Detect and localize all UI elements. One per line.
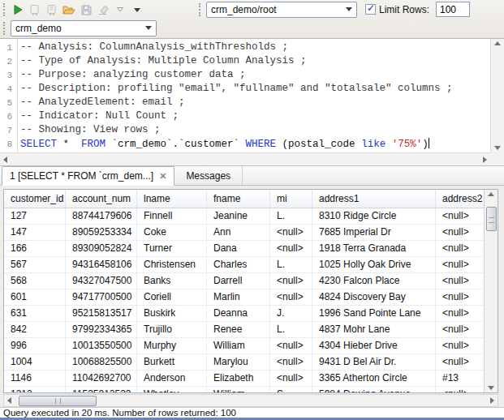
toolbar-grip-3[interactable] (3, 22, 6, 35)
table-cell[interactable]: Marylou (207, 354, 270, 370)
table-cell[interactable]: <null> (270, 241, 312, 256)
grid-vertical-scrollbar[interactable] (484, 190, 498, 392)
scroll-up-icon[interactable] (488, 192, 494, 196)
table-cell[interactable]: <null> (436, 273, 484, 289)
table-cell[interactable]: 7685 Imperial Dr (312, 225, 436, 240)
table-cell[interactable]: Burkett (137, 354, 207, 370)
table-cell[interactable]: 89309052824 (66, 241, 137, 256)
table-cell[interactable]: <null> (436, 241, 484, 256)
limit-rows-checkbox[interactable]: ✓ (365, 4, 376, 15)
table-cell[interactable]: 1212 (4, 387, 66, 392)
table-cell[interactable]: <null> (270, 371, 312, 386)
table-cell[interactable]: 89059253334 (66, 225, 137, 240)
table-cell[interactable]: Charles (207, 257, 270, 272)
table-cell[interactable]: <null> (436, 306, 484, 321)
table-cell[interactable]: S. (270, 387, 312, 392)
table-cell[interactable]: William (207, 338, 270, 354)
code-line[interactable]: 7-- Showing: View rows ; (0, 124, 490, 138)
table-row[interactable]: 100410068825500BurkettMarylou<null>9431 … (4, 354, 484, 371)
table-cell[interactable]: <null> (436, 225, 484, 240)
table-cell[interactable]: Jeanine (207, 208, 270, 224)
connection-combo[interactable]: crm_demo/root (206, 2, 357, 18)
toolbar-menu-button[interactable] (128, 2, 145, 18)
scroll-left-icon[interactable] (3, 156, 7, 163)
table-row[interactable]: 16689309052824TurnerDana<null>1918 Terra… (4, 241, 484, 257)
toolbar-grip[interactable] (3, 3, 6, 16)
table-row[interactable]: 84297992334365TrujilloReneeL.4837 Mohr L… (4, 322, 484, 338)
table-cell[interactable]: <null> (270, 338, 312, 354)
open-file-button[interactable] (60, 2, 77, 18)
table-cell[interactable]: Coriell (137, 289, 207, 305)
table-cell[interactable]: 11042692700 (66, 371, 137, 386)
table-cell[interactable]: 1025 Holly Oak Drive (312, 257, 436, 272)
table-cell[interactable]: 94316458106 (66, 257, 137, 272)
limit-rows-input[interactable] (436, 2, 470, 17)
run-sql-button[interactable] (9, 2, 26, 18)
table-row[interactable]: 14789059253334CokeAnn<null>7685 Imperial… (4, 225, 484, 241)
table-cell[interactable]: 1004 (4, 354, 66, 370)
table-cell[interactable]: 127 (4, 208, 66, 224)
table-cell[interactable]: 10013550500 (66, 338, 137, 354)
column-header[interactable]: account_num (66, 190, 137, 208)
table-cell[interactable]: 567 (4, 257, 66, 272)
code-line[interactable]: 8SELECT * FROM `crm_demo`.`customer` WHE… (0, 138, 490, 152)
scroll-up-icon[interactable] (494, 41, 501, 45)
code-line[interactable]: 4-- Description: profiling "email", "ful… (0, 83, 490, 96)
execute-all-button[interactable] (26, 2, 43, 18)
table-cell[interactable]: Darrell (207, 273, 270, 289)
table-cell[interactable]: 166 (4, 241, 66, 256)
scroll-down-icon[interactable] (488, 386, 494, 390)
table-cell[interactable]: Trujillo (137, 322, 207, 337)
table-cell[interactable]: 10068825500 (66, 354, 137, 370)
table-cell[interactable]: <null> (436, 208, 484, 224)
table-cell[interactable]: 1996 Sand Pointe Lane (312, 306, 436, 321)
code-line[interactable]: 1-- Analysis: ColumnAnalysis_withThresho… (0, 41, 490, 55)
table-cell[interactable]: Christensen (137, 257, 207, 272)
table-cell[interactable]: 11535312533 (66, 387, 137, 392)
table-cell[interactable]: <null> (270, 225, 312, 240)
table-cell[interactable]: <null> (270, 289, 312, 305)
table-cell[interactable]: <null> (436, 354, 484, 370)
table-row[interactable]: 12788744179606FinnellJeanineL.8310 Ridge… (4, 208, 484, 225)
table-cell[interactable]: <null> (270, 354, 312, 370)
column-header[interactable]: lname (137, 190, 207, 208)
table-cell[interactable]: Ann (207, 225, 270, 240)
table-cell[interactable]: 842 (4, 322, 66, 337)
table-cell[interactable]: L. (270, 208, 312, 224)
table-cell[interactable]: Finnell (137, 208, 207, 224)
table-cell[interactable]: 8310 Ridge Circle (312, 208, 436, 224)
clear-dropdown-button[interactable] (111, 2, 128, 18)
column-header[interactable]: address1 (312, 190, 436, 208)
table-cell[interactable]: William (207, 387, 270, 392)
table-cell[interactable]: L. (270, 257, 312, 272)
table-row[interactable]: 63195215813517BuskirkDeannaJ.1996 Sand P… (4, 306, 484, 322)
table-cell[interactable]: 4824 Discovery Bay (312, 289, 436, 305)
vertical-scroll-thumb[interactable] (486, 207, 497, 231)
table-cell[interactable]: 95215813517 (66, 306, 137, 321)
table-cell[interactable]: 88744179606 (66, 208, 137, 224)
save-button[interactable] (77, 2, 94, 18)
column-header[interactable]: address2 (436, 190, 484, 208)
execute-selected-button[interactable] (43, 2, 60, 18)
table-row[interactable]: 121211535312533WhatleyWilliamS.5984 Dewi… (4, 387, 484, 392)
table-cell[interactable]: 3365 Atherton Circle (312, 371, 436, 386)
editor-vertical-scrollbar[interactable] (490, 39, 504, 152)
table-cell[interactable]: Dana (207, 241, 270, 256)
table-cell[interactable]: 996 (4, 338, 66, 354)
table-cell[interactable]: 4304 Hieber Drive (312, 338, 436, 354)
table-cell[interactable]: 94717700500 (66, 289, 137, 305)
toolbar-grip-2[interactable] (199, 3, 201, 16)
horizontal-scroll-thumb[interactable] (19, 396, 97, 406)
code-line[interactable]: 2-- Type of Analysis: Multiple Column An… (0, 55, 490, 69)
table-cell[interactable]: #13 (436, 371, 484, 386)
table-cell[interactable]: 631 (4, 306, 66, 321)
profile-combo[interactable]: crm_demo (11, 20, 157, 36)
column-header[interactable]: customer_id (4, 190, 66, 208)
table-cell[interactable]: Coke (137, 225, 207, 240)
clear-editor-button[interactable] (94, 2, 111, 18)
table-row[interactable]: 114611042692700AndersonElizabeth<null>33… (4, 371, 484, 387)
table-cell[interactable]: 9431 D Bel Air Dr. (312, 354, 436, 370)
table-cell[interactable]: 147 (4, 225, 66, 240)
table-row[interactable]: 56894327047500BanksDarrell<null>4230 Fal… (4, 273, 484, 289)
table-cell[interactable]: Anderson (137, 371, 207, 386)
